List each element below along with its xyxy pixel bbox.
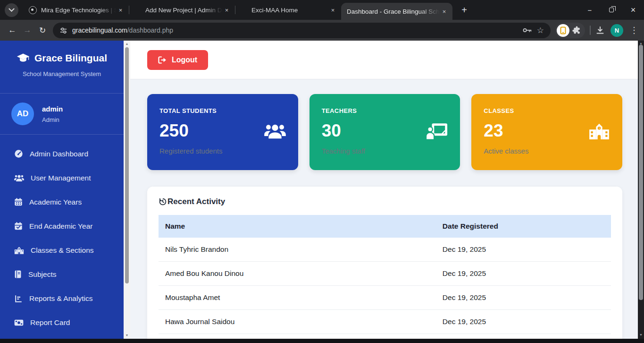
sidebar-item-classes-sections[interactable]: Classes & Sections [0, 238, 124, 262]
sidebar-item-label: Subjects [28, 270, 56, 279]
calendar-icon [14, 197, 23, 206]
stat-card-teachers: TEACHERS 30 Teaching staff [309, 94, 460, 170]
sidebar-item-user-management[interactable]: User Management [0, 166, 124, 190]
stat-subtitle: Active classes [484, 147, 610, 155]
tab-add-new-project[interactable]: Add New Project | Admin Dashb × [129, 0, 235, 20]
logout-icon [158, 56, 167, 64]
close-tab-icon[interactable]: × [116, 6, 125, 15]
stat-title: TEACHERS [322, 107, 448, 114]
window-minimize-button[interactable]: − [579, 0, 601, 20]
reload-button[interactable]: ↻ [35, 23, 50, 38]
tab-dashboard-active[interactable]: Dashboard - Grace Bilingual Sch × [341, 3, 452, 20]
back-button[interactable]: ← [5, 23, 20, 38]
scroll-up-icon[interactable]: ▲ [124, 42, 130, 45]
table-row: Nils Tyhric Brandon Dec 19, 2025 [159, 238, 611, 262]
panel-title-text: Recent Activity [167, 197, 225, 206]
sidebar-item-label: End Academic Year [29, 222, 92, 231]
sidebar-item-subjects[interactable]: Subjects [0, 262, 124, 286]
tab-search-button[interactable] [5, 3, 18, 17]
sidebar: Grace Bilingual School Management System… [0, 41, 124, 343]
restore-icon [609, 8, 614, 12]
recent-activity-title: Recent Activity [159, 197, 611, 206]
sidebar-item-label: User Management [31, 174, 91, 182]
downloads-icon[interactable] [595, 26, 605, 35]
tab-title: Dashboard - Grace Bilingual Sch [347, 8, 440, 15]
main-content: Logout TOTAL STUDENTS 250 Registered stu… [130, 41, 638, 343]
recent-activity-table: Name Date Registered Nils Tyhric Brandon… [159, 215, 611, 334]
browser-profile-avatar[interactable]: N [611, 24, 623, 37]
page-scrollbar[interactable]: ▲ ▼ [638, 41, 644, 343]
recent-activity-panel: Recent Activity Name Date Registered Nil… [147, 187, 622, 343]
sidebar-item-label: Classes & Sections [31, 246, 94, 255]
page-topbar: Logout [130, 41, 638, 79]
close-tab-icon[interactable]: × [328, 6, 337, 15]
students-users-icon [264, 122, 286, 140]
extensions-puzzle-icon[interactable] [572, 26, 581, 35]
dashboard-gauge-icon [14, 149, 23, 158]
window-bottom-edge [0, 339, 644, 343]
scroll-down-icon[interactable]: ▼ [638, 333, 644, 336]
user-avatar: AD [11, 103, 34, 125]
table-header-row: Name Date Registered [159, 215, 611, 238]
stat-title: CLASSES [484, 107, 610, 114]
cell-name: Moustapha Amet [159, 286, 436, 310]
address-bar[interactable]: gracebilingual.com/dashboard.php ☆ [53, 23, 551, 38]
inner-scrollbar-thumb[interactable] [125, 47, 129, 283]
stat-cards: TOTAL STUDENTS 250 Registered students [147, 94, 622, 170]
sidebar-item-reports-analytics[interactable]: Reports & Analytics [0, 286, 124, 310]
tab-title: Mira Edge Technologies | Servic [41, 7, 116, 14]
cell-date: Dec 19, 2025 [436, 310, 611, 334]
browser-toolbar: ← → ↻ gracebilingual.com/dashboard.php ☆ [0, 20, 644, 41]
scroll-down-icon[interactable]: ▼ [124, 334, 130, 337]
classes-school-icon [588, 122, 610, 139]
sidebar-item-admin-dashboard[interactable]: Admin Dashboard [0, 142, 124, 166]
report-card-icon [14, 319, 24, 326]
scroll-up-icon[interactable]: ▲ [638, 42, 644, 45]
column-header-date: Date Registered [436, 215, 611, 238]
tab-strip: Mira Edge Technologies | Servic × Add Ne… [0, 0, 644, 20]
table-row: Amed Bou Kanou Dinou Dec 19, 2025 [159, 262, 611, 286]
cell-date: Dec 19, 2025 [436, 262, 611, 286]
tab-mira-edge[interactable]: Mira Edge Technologies | Servic × [23, 0, 129, 20]
sidebar-item-label: Reports & Analytics [29, 294, 92, 303]
chart-bars-icon [14, 294, 23, 303]
extension-pill[interactable] [555, 23, 585, 38]
cell-date: Dec 19, 2025 [436, 238, 611, 262]
sidebar-item-report-card[interactable]: Report Card [0, 310, 124, 334]
cell-name: Amed Bou Kanou Dinou [159, 262, 436, 286]
url-text[interactable]: gracebilingual.com/dashboard.php [72, 26, 518, 34]
close-tab-icon[interactable]: × [440, 7, 449, 16]
browser-menu-dots-icon[interactable]: ⋮ [629, 25, 639, 35]
close-tab-icon[interactable]: × [222, 6, 231, 15]
history-clock-icon [159, 197, 167, 206]
brand-name: Grace Bilingual [34, 52, 107, 64]
window-close-button[interactable]: × [622, 0, 644, 20]
brand: Grace Bilingual [17, 52, 107, 64]
sidebar-item-academic-years[interactable]: Academic Years [0, 190, 124, 214]
teacher-chalkboard-icon [426, 122, 448, 141]
inner-scrollbar[interactable]: ▲ ▼ [124, 41, 130, 343]
table-row: Moustapha Amet Dec 19, 2025 [159, 286, 611, 310]
sidebar-item-end-academic-year[interactable]: End Academic Year [0, 214, 124, 238]
tune-icon[interactable] [59, 26, 67, 34]
new-tab-button[interactable]: + [457, 3, 471, 17]
url-path: /dashboard.php [127, 26, 173, 34]
stat-card-classes: CLASSES 23 Active classes [471, 94, 622, 170]
page-scrollbar-thumb[interactable] [639, 45, 643, 300]
forward-button[interactable]: → [20, 23, 35, 38]
window-restore-button[interactable] [601, 0, 622, 20]
password-key-icon[interactable] [523, 27, 532, 34]
page: Grace Bilingual School Management System… [0, 41, 644, 343]
school-icon [14, 246, 24, 254]
column-header-name: Name [159, 215, 436, 238]
brand-subtitle: School Management System [0, 70, 124, 77]
tab-exci-maa[interactable]: Exci-MAA Home × [235, 0, 341, 20]
logout-button[interactable]: Logout [147, 50, 208, 70]
user-role: Admin [42, 116, 63, 123]
active-extension-button[interactable] [557, 24, 569, 37]
chevron-down-icon [8, 6, 15, 12]
toolbar-separator [590, 26, 591, 35]
sidebar-nav: Admin Dashboard User Management [0, 135, 124, 334]
cell-name: Hawa Journal Saidou [159, 310, 436, 334]
bookmark-star-icon[interactable]: ☆ [537, 26, 544, 35]
